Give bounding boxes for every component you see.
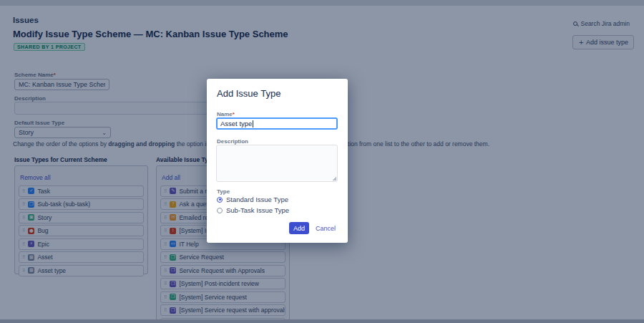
add-button[interactable]: Add <box>289 222 309 234</box>
cancel-button[interactable]: Cancel <box>316 225 336 232</box>
text-cursor <box>253 120 253 127</box>
name-label: Name* <box>217 111 235 117</box>
radio-subtask-issue-type[interactable]: Sub-Task Issue Type <box>217 206 289 214</box>
dialog-description-textarea[interactable] <box>216 145 338 182</box>
required-asterisk: * <box>233 111 235 117</box>
type-label: Type <box>217 188 230 195</box>
radio-subtask-label: Sub-Task Issue Type <box>226 206 289 214</box>
name-input-value: Asset type <box>220 120 252 127</box>
radio-selected-icon <box>217 197 223 203</box>
radio-standard-issue-type[interactable]: Standard Issue Type <box>217 196 288 203</box>
resize-handle-icon[interactable] <box>332 176 336 180</box>
radio-unselected-icon <box>217 208 223 213</box>
page: Issues Modify Issue Type Scheme — MC: Ka… <box>0 0 644 323</box>
dialog-description-label: Description <box>217 138 248 145</box>
dialog-title: Add Issue Type <box>217 88 280 99</box>
name-input[interactable]: Asset type <box>216 117 338 130</box>
add-issue-type-dialog: Add Issue Type Name* Asset type Descript… <box>207 79 348 243</box>
radio-standard-label: Standard Issue Type <box>226 196 288 203</box>
